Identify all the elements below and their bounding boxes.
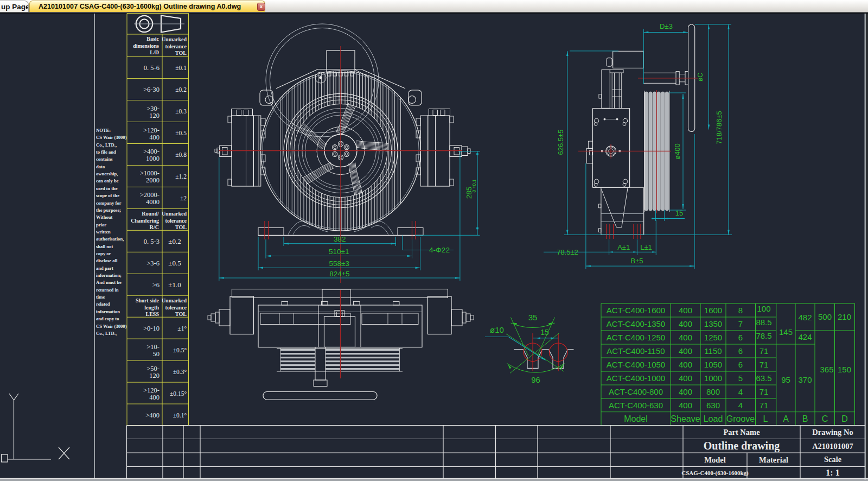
svg-text:TOL: TOL	[175, 311, 187, 317]
svg-text:Part Name: Part Name	[723, 428, 760, 436]
svg-text:558±3: 558±3	[329, 260, 349, 268]
svg-text:Without: Without	[96, 214, 113, 220]
svg-text:disclose all: disclose all	[96, 258, 118, 263]
svg-text:ACT-C400-1000: ACT-C400-1000	[607, 374, 665, 383]
svg-text:CSAG-C400-(630-1600kg): CSAG-C400-(630-1600kg)	[681, 470, 749, 477]
svg-text:>50-: >50-	[146, 365, 159, 372]
svg-text:D±3: D±3	[660, 22, 673, 30]
svg-text:824±5: 824±5	[329, 270, 349, 278]
svg-text:1250: 1250	[704, 333, 722, 342]
svg-text:A±1: A±1	[617, 243, 630, 251]
svg-text:Unmarked: Unmarked	[162, 298, 187, 303]
svg-text:±0.3°: ±0.3°	[173, 369, 187, 375]
svg-text:63.5: 63.5	[756, 374, 771, 383]
svg-text:78.5: 78.5	[756, 331, 771, 340]
svg-text:±1.0: ±1.0	[168, 281, 181, 289]
svg-text:370: 370	[798, 375, 812, 384]
svg-text:Basic: Basic	[146, 36, 159, 42]
svg-text:to file and: to file and	[96, 149, 116, 155]
svg-text:authorisation,: authorisation,	[96, 236, 124, 242]
svg-text:120: 120	[149, 372, 159, 379]
svg-text:15: 15	[540, 328, 549, 337]
svg-text:400: 400	[679, 401, 692, 410]
svg-text:L±1: L±1	[640, 243, 652, 251]
svg-text:4: 4	[738, 387, 743, 396]
svg-text:ACT-C400-1250: ACT-C400-1250	[607, 333, 665, 342]
svg-text:the purpose;: the purpose;	[96, 207, 121, 213]
svg-text:Load: Load	[704, 414, 723, 423]
svg-text:6: 6	[738, 360, 743, 369]
svg-text:96: 96	[531, 375, 540, 384]
svg-text:482: 482	[798, 313, 812, 322]
svg-text:>0-10: >0-10	[143, 325, 159, 332]
svg-text:800: 800	[706, 387, 720, 396]
svg-text:35: 35	[528, 313, 538, 322]
svg-text:C: C	[822, 414, 828, 423]
svg-text:tolerance: tolerance	[165, 43, 187, 49]
svg-text:1600: 1600	[704, 306, 722, 315]
svg-text:0. 5-6: 0. 5-6	[144, 64, 159, 72]
svg-text:tolerance: tolerance	[165, 305, 187, 311]
svg-text:±0.5: ±0.5	[168, 259, 181, 267]
svg-text:630: 630	[706, 401, 720, 410]
svg-text:210: 210	[838, 312, 851, 321]
svg-text:1150: 1150	[704, 346, 722, 356]
svg-text:±0.5°: ±0.5°	[173, 347, 187, 353]
svg-text:information;: information;	[96, 273, 122, 278]
svg-text:L/D: L/D	[150, 49, 159, 55]
svg-text:A210101007: A210101007	[812, 442, 853, 451]
svg-text:2000: 2000	[146, 176, 159, 184]
svg-text:can only be: can only be	[96, 178, 119, 183]
svg-text:copy or: copy or	[96, 251, 111, 256]
svg-text:used in the: used in the	[96, 186, 118, 191]
svg-text:NOTE:: NOTE:	[96, 128, 111, 133]
svg-text:and part: and part	[96, 265, 113, 271]
svg-text:1000: 1000	[704, 374, 722, 383]
svg-text:15: 15	[675, 209, 683, 217]
svg-text:382: 382	[334, 235, 346, 243]
svg-text:145: 145	[779, 327, 793, 337]
svg-text:400: 400	[679, 346, 692, 356]
svg-text:±2: ±2	[180, 195, 187, 201]
svg-text:±1°: ±1°	[177, 325, 187, 332]
svg-text:data: data	[96, 164, 105, 169]
svg-text:71: 71	[760, 360, 769, 369]
svg-text:718/786±5: 718/786±5	[715, 111, 723, 144]
svg-text:shall not: shall not	[96, 244, 113, 249]
svg-text:±0.1°: ±0.1°	[173, 412, 187, 419]
svg-text:±0.3: ±0.3	[175, 108, 187, 115]
svg-text:8: 8	[738, 306, 743, 315]
svg-text:CS Wair (3000): CS Wair (3000)	[96, 135, 127, 140]
svg-text:Material: Material	[759, 455, 788, 464]
svg-text:100: 100	[757, 304, 770, 313]
svg-text:time: time	[96, 294, 105, 300]
svg-text:6: 6	[738, 346, 743, 356]
svg-text:>400: >400	[145, 412, 159, 419]
svg-text:±0.2: ±0.2	[175, 86, 187, 93]
svg-text:A: A	[783, 414, 789, 423]
svg-text:L: L	[763, 414, 768, 423]
svg-text:Groove: Groove	[726, 414, 755, 423]
svg-text:>3-6: >3-6	[146, 260, 159, 267]
svg-text:78.5±2: 78.5±2	[557, 248, 578, 256]
svg-text:length: length	[144, 305, 159, 311]
svg-text:ACT-C400-1050: ACT-C400-1050	[607, 360, 665, 369]
svg-text:R/C: R/C	[150, 224, 159, 230]
svg-text:510±1: 510±1	[329, 248, 349, 256]
svg-text:±1.2: ±1.2	[175, 173, 187, 180]
svg-text:ownership,: ownership,	[96, 171, 118, 176]
svg-text:related: related	[96, 301, 110, 307]
svg-text:ACT-C400-800: ACT-C400-800	[609, 387, 663, 396]
svg-text:>6: >6	[152, 281, 159, 289]
svg-text:500: 500	[818, 312, 832, 321]
svg-text:Round/: Round/	[142, 211, 159, 217]
svg-text:150: 150	[838, 365, 851, 374]
svg-text:prior: prior	[96, 222, 106, 227]
svg-text:TOL: TOL	[175, 224, 187, 230]
svg-text:>30-: >30-	[146, 105, 159, 112]
svg-text:71: 71	[760, 346, 769, 356]
svg-text:+0.1: +0.1	[471, 179, 477, 188]
svg-text:ACT-C400-1150: ACT-C400-1150	[607, 346, 665, 356]
svg-text:contains: contains	[96, 156, 113, 162]
svg-text:1050: 1050	[704, 360, 722, 369]
